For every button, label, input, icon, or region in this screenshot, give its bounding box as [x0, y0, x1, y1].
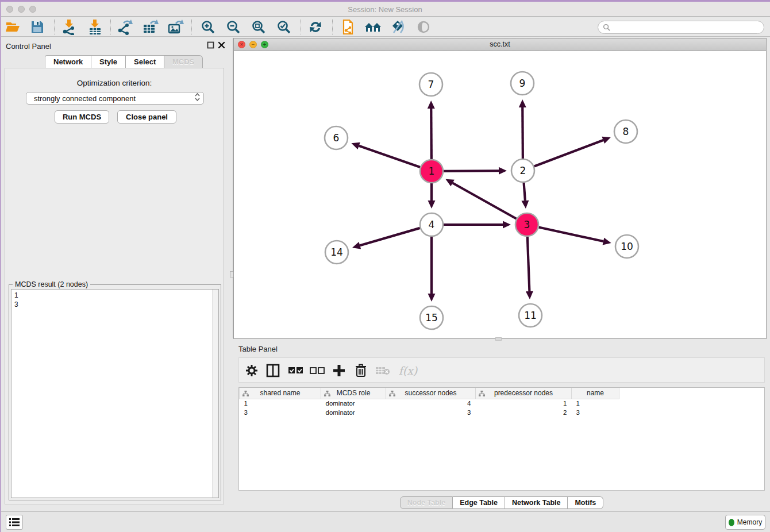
graph-edge-3-1[interactable]	[453, 183, 517, 219]
first-neighbors-button[interactable]	[364, 19, 382, 35]
tab-mcds[interactable]: MCDS	[164, 55, 203, 68]
hide-graphics-details-button[interactable]	[389, 19, 406, 35]
graph-edge-3-10[interactable]	[539, 227, 603, 241]
graph-edge-4-14[interactable]	[360, 228, 420, 245]
sort-tree-icon	[242, 391, 249, 396]
tab-network-table[interactable]: Network Table	[505, 496, 568, 509]
cell-MCDS-role[interactable]: dominator	[321, 399, 386, 408]
sort-tree-icon	[324, 391, 330, 396]
node-label-2: 2	[520, 165, 526, 176]
cell-shared-name[interactable]: 1	[240, 399, 321, 408]
delete-table-icon	[375, 366, 390, 375]
graph-edge-1-7[interactable]	[431, 109, 432, 159]
mcds-panel: Optimization criterion: strongly connect…	[5, 68, 224, 504]
run-mcds-button[interactable]: Run MCDS	[55, 110, 109, 124]
cell-predecessor-nodes[interactable]: 1	[476, 399, 572, 408]
edge-arrowhead	[519, 99, 526, 107]
open-folder-icon	[5, 20, 20, 34]
table-settings-button[interactable]	[244, 363, 260, 379]
function-builder-button[interactable]: f(x)	[395, 363, 421, 379]
toolbar-separator	[191, 20, 192, 34]
export-table-button[interactable]	[142, 19, 159, 35]
column-header-shared-name[interactable]: shared name	[240, 388, 321, 399]
clone-network-button[interactable]	[339, 19, 356, 35]
memory-button[interactable]: Memory	[725, 515, 765, 530]
table-row[interactable]: 3dominator323	[240, 408, 619, 417]
zoom-in-button[interactable]	[199, 19, 217, 35]
deselect-all-button[interactable]	[309, 363, 325, 379]
tab-select[interactable]: Select	[125, 55, 164, 68]
network-canvas[interactable]: 1234678910111415	[234, 51, 766, 338]
task-history-button[interactable]	[6, 515, 23, 530]
mac-titlebar: Session: New Session	[0, 2, 770, 17]
save-session-button[interactable]	[29, 19, 46, 35]
result-scrollbar[interactable]	[212, 290, 218, 498]
export-network-button[interactable]	[117, 19, 134, 35]
gear-icon	[245, 364, 258, 377]
export-table-icon	[143, 19, 159, 35]
cell-MCDS-role[interactable]: dominator	[321, 408, 386, 417]
clone-network-icon	[340, 19, 355, 35]
cell-successor-nodes[interactable]: 4	[386, 399, 476, 408]
column-header-MCDS-role[interactable]: MCDS role	[321, 388, 386, 399]
graph-edge-3-11[interactable]	[528, 237, 530, 291]
select-all-button[interactable]	[288, 363, 304, 379]
graph-edge-2-9[interactable]	[522, 107, 523, 159]
delete-button[interactable]	[353, 363, 369, 379]
zoom-fit-icon	[251, 20, 266, 34]
close-panel-button[interactable]: Close panel	[117, 110, 176, 124]
tab-motifs[interactable]: Motifs	[568, 496, 603, 509]
table-row[interactable]: 1dominator411	[240, 399, 619, 408]
add-row-button[interactable]	[331, 363, 347, 379]
search-box	[598, 21, 764, 34]
optimization-criterion-label: Optimization criterion:	[5, 79, 224, 87]
horizontal-splitter-handle[interactable]	[495, 337, 502, 341]
zoom-out-button[interactable]	[225, 19, 242, 35]
toggle-visibility-button[interactable]	[415, 19, 432, 35]
main-toolbar	[0, 17, 770, 37]
zoom-in-icon	[201, 20, 215, 34]
graph-edge-1-6[interactable]	[359, 146, 421, 167]
import-table-button[interactable]	[86, 19, 103, 35]
cell-name[interactable]: 1	[572, 399, 619, 408]
edge-arrowhead	[428, 101, 435, 109]
window-title: Session: New Session	[0, 5, 770, 14]
column-header-name[interactable]: name	[572, 388, 619, 399]
mcds-result-text[interactable]: 1 3	[11, 289, 219, 498]
network-window-titlebar[interactable]: × − + scc.txt	[234, 38, 766, 51]
toolbar-separator	[332, 20, 333, 34]
cell-successor-nodes[interactable]: 3	[386, 408, 476, 417]
cell-predecessor-nodes[interactable]: 2	[476, 408, 572, 417]
toolbar-separator	[54, 20, 55, 34]
optimization-criterion-select[interactable]: strongly connected component	[26, 92, 204, 105]
import-network-button[interactable]	[60, 19, 78, 35]
sort-tree-icon	[479, 391, 485, 396]
tab-network[interactable]: Network	[45, 55, 91, 68]
cell-shared-name[interactable]: 3	[240, 408, 321, 417]
sort-tree-icon	[389, 391, 395, 396]
refresh-layout-button[interactable]	[307, 19, 324, 35]
close-panel-icon[interactable]	[218, 41, 225, 49]
zoom-fit-button[interactable]	[250, 19, 267, 35]
search-input[interactable]	[610, 24, 764, 32]
split-panel-button[interactable]	[265, 363, 281, 379]
edge-arrowhead	[428, 294, 436, 302]
graph-edge-2-8[interactable]	[534, 140, 603, 167]
delete-table-button[interactable]	[375, 363, 391, 379]
zoom-selected-button[interactable]	[275, 19, 292, 35]
trash-icon	[355, 364, 367, 377]
tab-style[interactable]: Style	[91, 55, 126, 68]
graph-edge-1-2[interactable]	[444, 171, 499, 171]
tab-node-table[interactable]: Node Table	[400, 496, 453, 509]
column-header-predecessor-nodes[interactable]: predecessor nodes	[476, 388, 572, 399]
graph-edge-2-3[interactable]	[524, 183, 525, 201]
float-panel-icon[interactable]	[207, 41, 214, 49]
open-session-button[interactable]	[4, 19, 21, 35]
tab-edge-table[interactable]: Edge Table	[453, 496, 505, 509]
cell-name[interactable]: 3	[572, 408, 619, 417]
export-image-button[interactable]	[167, 19, 184, 35]
houses-icon	[364, 20, 382, 34]
plus-icon	[333, 364, 345, 377]
mcds-result-groupbox: MCDS result (2 nodes) 1 3	[9, 284, 221, 500]
column-header-successor-nodes[interactable]: successor nodes	[386, 388, 476, 399]
